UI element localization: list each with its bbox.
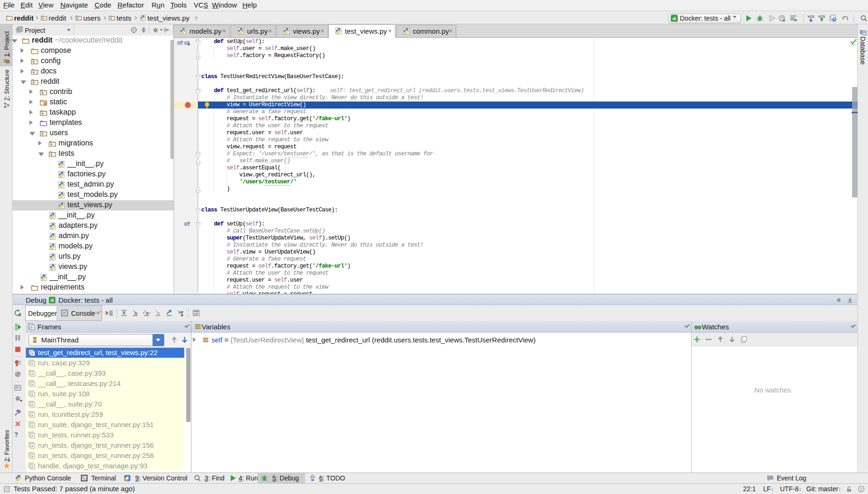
svg-text:VCS: VCS — [808, 15, 815, 18]
